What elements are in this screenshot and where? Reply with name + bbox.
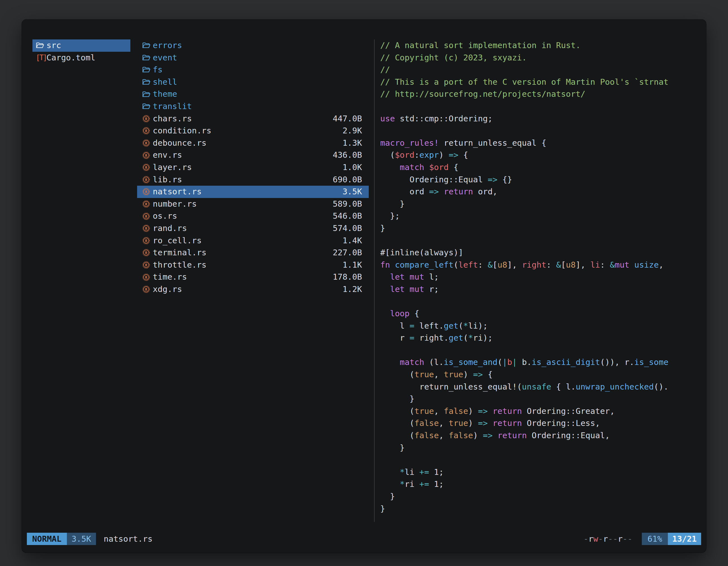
- rust-file-icon: R: [142, 200, 153, 208]
- file-permissions: -rw-r--r--: [584, 533, 633, 545]
- rust-file-icon: R: [142, 151, 153, 159]
- code-line: use std::cmp::Ordering;: [380, 113, 696, 125]
- code-line: let mut r;: [380, 283, 696, 295]
- code-line: // A natural sort implementation in Rust…: [380, 39, 696, 52]
- code-line: #[inline(always)]: [380, 247, 696, 259]
- entry-size: 436.0B: [333, 149, 362, 161]
- folder-icon: [142, 79, 153, 86]
- dir-row-event[interactable]: event: [137, 52, 369, 64]
- code-line: return_unless_equal!(unsafe { l.unwrap_u…: [380, 381, 696, 393]
- file-row-lib.rs[interactable]: Rlib.rs690.0B: [137, 174, 369, 186]
- entry-name: shell: [153, 76, 362, 88]
- code-line: loop {: [380, 307, 696, 320]
- folder-icon: [142, 54, 153, 61]
- file-row-condition.rs[interactable]: Rcondition.rs2.9K: [137, 125, 369, 137]
- folder-icon: [142, 66, 153, 73]
- entry-name: env.rs: [153, 149, 333, 161]
- code-line: }: [380, 503, 696, 515]
- entry-name: number.rs: [153, 198, 333, 210]
- folder-icon: [36, 42, 46, 49]
- rust-file-icon: R: [142, 237, 153, 245]
- code-line: // This is a port of the C version of Ma…: [380, 76, 696, 88]
- code-line: match $ord {: [380, 161, 696, 174]
- dir-row-theme[interactable]: theme: [137, 88, 369, 100]
- file-row-os.rs[interactable]: Ros.rs546.0B: [137, 210, 369, 222]
- entry-name: xdg.rs: [153, 283, 342, 295]
- entry-size: 1.2K: [342, 283, 362, 295]
- code-line: [380, 100, 696, 113]
- rust-file-icon: R: [142, 115, 153, 123]
- file-row-number.rs[interactable]: Rnumber.rs589.0B: [137, 198, 369, 210]
- toml-file-icon: [T]: [36, 52, 46, 64]
- entry-name: rand.rs: [153, 222, 333, 235]
- code-line: ord => return ord,: [380, 186, 696, 198]
- code-line: *li += 1;: [380, 466, 696, 478]
- file-row-natsort.rs[interactable]: Rnatsort.rs3.5K: [137, 186, 369, 198]
- file-row-layer.rs[interactable]: Rlayer.rs1.0K: [137, 161, 369, 174]
- entry-name: terminal.rs: [153, 247, 333, 259]
- code-line: [380, 295, 696, 307]
- code-line: //: [380, 64, 696, 76]
- svg-text:R: R: [145, 275, 147, 280]
- folder-icon: [142, 103, 153, 110]
- code-line: match (l.is_some_and(|b| b.is_ascii_digi…: [380, 356, 696, 368]
- code-line: // Copyright (c) 2023, sxyazi.: [380, 52, 696, 64]
- entry-name: layer.rs: [153, 161, 342, 174]
- rust-file-icon: R: [142, 224, 153, 233]
- svg-text:R: R: [145, 202, 147, 206]
- code-line: (true, false) => return Ordering::Greate…: [380, 405, 696, 417]
- file-row-xdg.rs[interactable]: Rxdg.rs1.2K: [137, 283, 369, 295]
- code-line: let mut l;: [380, 271, 696, 283]
- file-row-env.rs[interactable]: Renv.rs436.0B: [137, 149, 369, 161]
- status-right: -rw-r--r-- 61% 13/21: [584, 533, 701, 545]
- file-row-ro_cell.rs[interactable]: Rro_cell.rs1.4K: [137, 235, 369, 247]
- cursor-position-badge: 13/21: [668, 533, 701, 545]
- file-row-rand.rs[interactable]: Rrand.rs574.0B: [137, 222, 369, 235]
- code-line: (true, true) => {: [380, 368, 696, 381]
- entry-size: 1.0K: [342, 161, 362, 174]
- entry-name: Cargo.toml: [46, 52, 128, 64]
- parent-item-src[interactable]: src: [32, 39, 130, 52]
- entry-size: 589.0B: [333, 198, 362, 210]
- rust-file-icon: R: [142, 261, 153, 269]
- file-row-time.rs[interactable]: Rtime.rs178.0B: [137, 271, 369, 283]
- file-row-terminal.rs[interactable]: Rterminal.rs227.0B: [137, 247, 369, 259]
- terminal-window: src[T]Cargo.toml errorseventfsshelltheme…: [22, 20, 706, 553]
- entry-name: lib.rs: [153, 174, 333, 186]
- svg-text:R: R: [145, 117, 147, 121]
- entry-name: natsort.rs: [153, 186, 342, 198]
- entry-size: 178.0B: [333, 271, 362, 283]
- dir-row-shell[interactable]: shell: [137, 76, 369, 88]
- entry-size: 1.1K: [342, 259, 362, 271]
- code-line: *ri += 1;: [380, 478, 696, 490]
- folder-icon: [142, 91, 153, 98]
- file-row-chars.rs[interactable]: Rchars.rs447.0B: [137, 113, 369, 125]
- entry-size: 447.0B: [333, 113, 362, 125]
- dir-row-fs[interactable]: fs: [137, 64, 369, 76]
- status-left: NORMAL 3.5K natsort.rs: [27, 533, 152, 545]
- entry-name: translit: [153, 100, 362, 113]
- code-line: (false, false) => return Ordering::Equal…: [380, 429, 696, 442]
- rust-file-icon: R: [142, 139, 153, 147]
- entry-name: condition.rs: [153, 125, 342, 137]
- rust-file-icon: R: [142, 273, 153, 281]
- entry-name: errors: [153, 39, 362, 52]
- svg-text:R: R: [145, 251, 147, 255]
- svg-text:R: R: [145, 287, 147, 292]
- parent-pane: src[T]Cargo.toml: [32, 39, 130, 522]
- code-line: l = left.get(*li);: [380, 320, 696, 332]
- parent-item-Cargo.toml[interactable]: [T]Cargo.toml: [32, 52, 130, 64]
- entry-name: fs: [153, 64, 362, 76]
- code-line: };: [380, 210, 696, 222]
- code-line: [380, 454, 696, 466]
- entry-size: 227.0B: [333, 247, 362, 259]
- dir-row-errors[interactable]: errors: [137, 39, 369, 52]
- entry-size: 546.0B: [333, 210, 362, 222]
- entry-size: 3.5K: [342, 186, 362, 198]
- file-row-throttle.rs[interactable]: Rthrottle.rs1.1K: [137, 259, 369, 271]
- file-size-badge: 3.5K: [67, 533, 96, 545]
- code-line: }: [380, 490, 696, 503]
- dir-row-translit[interactable]: translit: [137, 100, 369, 113]
- file-row-debounce.rs[interactable]: Rdebounce.rs1.3K: [137, 137, 369, 149]
- code-line: }: [380, 442, 696, 454]
